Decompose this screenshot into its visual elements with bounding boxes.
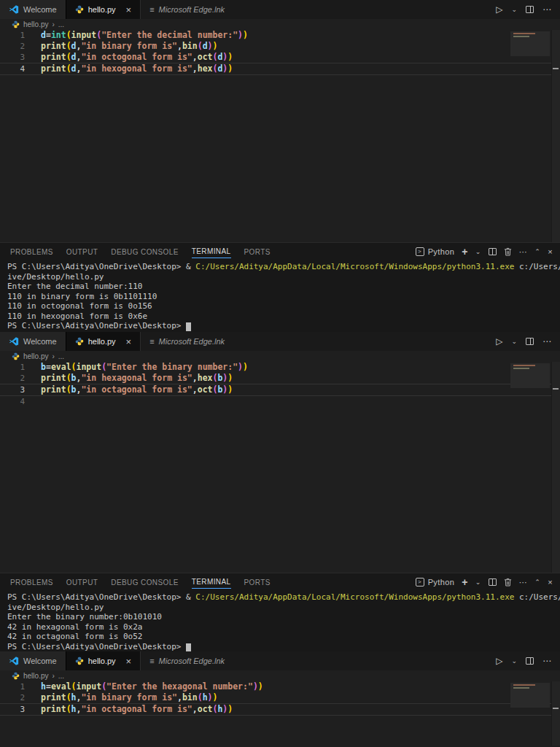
run-button[interactable]: ▷: [496, 4, 502, 15]
code-line[interactable]: 1 d=int(input("Enter the decimal number:…: [0, 30, 560, 41]
minimap-code-marks: [513, 368, 529, 369]
editor-scrollbar[interactable]: [551, 681, 560, 746]
more-actions-icon[interactable]: ⋯: [542, 4, 551, 15]
split-terminal-icon[interactable]: [489, 248, 497, 255]
panel-tab-output[interactable]: OUTPUT: [66, 245, 98, 258]
kill-terminal-icon[interactable]: [504, 578, 512, 587]
tab-hello-py[interactable]: hello.py ×: [66, 0, 141, 19]
terminal-line: 110 in octogonal form is 0o156: [7, 301, 560, 311]
run-dropdown-icon[interactable]: ⌄: [511, 657, 517, 665]
tab-hello-py[interactable]: hello.py ×: [66, 332, 141, 351]
code-line[interactable]: 2 print(b,"in hexagonal form is",hex(b)): [0, 373, 560, 384]
launch-profile-dropdown-icon[interactable]: ⌄: [475, 578, 481, 586]
close-tab-icon[interactable]: ×: [126, 5, 132, 15]
tab-edge-lnk[interactable]: ≡ Microsoft Edge.lnk: [140, 332, 233, 351]
close-tab-icon[interactable]: ×: [126, 657, 132, 666]
code-editor[interactable]: 1 d=int(input("Enter the decimal number:…: [0, 30, 560, 242]
close-panel-icon[interactable]: ×: [548, 247, 553, 256]
run-button[interactable]: ▷: [496, 336, 502, 347]
minimap[interactable]: [510, 363, 550, 388]
new-terminal-button[interactable]: +: [462, 576, 468, 588]
terminal-output[interactable]: PS C:\Users\Aditya\OneDrive\Desktop> & C…: [0, 260, 560, 332]
code-line-current[interactable]: 4 print(d,"in hexogonal form is",hex(d)): [0, 63, 560, 75]
terminal-output[interactable]: PS C:\Users\Aditya\OneDrive\Desktop> & C…: [0, 590, 560, 651]
breadcrumb[interactable]: hello.py › ...: [0, 351, 560, 362]
terminal-line: 110 in binary form is 0b1101110: [7, 292, 560, 302]
code-line[interactable]: 2 print(h,"in binary form is",bin(h)): [0, 692, 560, 703]
tab-edge-lnk-label: Microsoft Edge.lnk: [159, 5, 225, 14]
run-dropdown-icon[interactable]: ⌄: [511, 6, 517, 13]
panel-tab-output[interactable]: OUTPUT: [66, 576, 98, 589]
code-line-current[interactable]: 3 print(h,"in octagonal form is",oct(h)): [0, 703, 560, 716]
run-dropdown-icon[interactable]: ⌄: [511, 338, 517, 345]
terminal-line: PS C:\Users\Aditya\OneDrive\Desktop> & C…: [7, 592, 560, 603]
panel-tab-terminal[interactable]: TERMINAL: [192, 244, 231, 258]
terminal-line: Enter the binary number:0b101010: [7, 612, 560, 622]
kill-terminal-icon[interactable]: [504, 247, 512, 256]
code-line[interactable]: 2 print(d,"in binary form is",bin(d)): [0, 41, 560, 52]
code-text: h=eval(input("Enter the hexagonal number…: [25, 681, 263, 692]
code-text: print(h,"in binary form is",bin(h)): [25, 692, 217, 703]
minimap[interactable]: [510, 31, 550, 56]
lnk-file-icon: ≡: [149, 657, 154, 665]
minimap[interactable]: [510, 683, 550, 708]
tab-hello-py[interactable]: hello.py ×: [66, 651, 141, 670]
launch-profile-dropdown-icon[interactable]: ⌄: [475, 248, 481, 255]
breadcrumb[interactable]: hello.py › ...: [0, 19, 560, 30]
terminal-line: 42 in octagonal form is 0o52: [7, 632, 560, 642]
panel-tab-terminal[interactable]: TERMINAL: [192, 575, 231, 589]
editor-scrollbar[interactable]: [551, 30, 560, 242]
code-line[interactable]: 1 h=eval(input("Enter the hexagonal numb…: [0, 681, 560, 692]
tab-welcome[interactable]: Welcome: [0, 651, 66, 670]
panel-tab-debug-console[interactable]: DEBUG CONSOLE: [111, 576, 178, 589]
split-editor-icon[interactable]: [526, 657, 534, 665]
code-editor[interactable]: 1 b=eval(input("Enter the binary number:…: [0, 362, 560, 573]
code-editor[interactable]: 1 h=eval(input("Enter the hexagonal numb…: [0, 681, 560, 746]
tab-welcome[interactable]: Welcome: [0, 332, 66, 351]
tab-edge-lnk[interactable]: ≡ Microsoft Edge.lnk: [140, 651, 233, 670]
panel-more-actions-icon[interactable]: ⋯: [519, 578, 527, 587]
breadcrumb[interactable]: hello.py › ...: [0, 670, 560, 681]
panel-tab-bar: PROBLEMS OUTPUT DEBUG CONSOLE TERMINAL P…: [0, 573, 560, 590]
run-button[interactable]: ▷: [496, 656, 502, 666]
breadcrumb-separator: ›: [52, 672, 54, 680]
python-file-icon: [12, 20, 20, 28]
terminal-profile[interactable]: > Python: [416, 247, 455, 256]
code-line[interactable]: 3 print(d,"in octogonal form is",oct(d)): [0, 52, 560, 63]
terminal-prompt-line: PS C:\Users\Aditya\OneDrive\Desktop>: [7, 642, 560, 652]
tab-welcome[interactable]: Welcome: [0, 0, 66, 19]
code-line[interactable]: 1 b=eval(input("Enter the binary number:…: [0, 362, 560, 373]
editor-actions: ▷ ⌄ ⋯: [496, 0, 560, 19]
editor-scrollbar[interactable]: [551, 362, 560, 573]
split-editor-icon[interactable]: [526, 338, 534, 345]
panel-tab-problems[interactable]: PROBLEMS: [10, 245, 53, 258]
split-editor-icon[interactable]: [526, 6, 534, 13]
panel-tab-debug-console[interactable]: DEBUG CONSOLE: [111, 245, 178, 258]
code-line-current[interactable]: 3 print(b,"in octagonal form is",oct(b)): [0, 384, 560, 396]
panel-tab-ports[interactable]: PORTS: [244, 245, 271, 258]
minimap-code-marks: [513, 33, 535, 34]
panel-tab-problems[interactable]: PROBLEMS: [10, 576, 53, 589]
vscode-window-2: Welcome hello.py × ≡ Microsoft Edge.lnk …: [0, 332, 560, 651]
code-text: print(d,"in binary form is",bin(d)): [25, 41, 217, 52]
close-tab-icon[interactable]: ×: [126, 337, 132, 347]
overview-ruler-marker: [553, 708, 559, 709]
more-actions-icon[interactable]: ⋯: [542, 336, 551, 347]
screenshot-root: Welcome hello.py × ≡ Microsoft Edge.lnk …: [0, 0, 560, 747]
close-panel-icon[interactable]: ×: [548, 578, 553, 587]
terminal-prompt-line: PS C:\Users\Aditya\OneDrive\Desktop>: [7, 321, 560, 331]
terminal-profile[interactable]: > Python: [416, 578, 455, 587]
panel-more-actions-icon[interactable]: ⋯: [519, 247, 527, 257]
python-file-icon: [75, 657, 84, 665]
tab-edge-lnk[interactable]: ≡ Microsoft Edge.lnk: [140, 0, 233, 19]
maximize-panel-icon[interactable]: ⌃: [534, 578, 540, 586]
maximize-panel-icon[interactable]: ⌃: [534, 248, 540, 255]
code-line[interactable]: 4: [0, 396, 560, 407]
more-actions-icon[interactable]: ⋯: [542, 656, 551, 666]
new-terminal-button[interactable]: +: [462, 246, 468, 258]
panel-tab-ports[interactable]: PORTS: [244, 576, 271, 589]
minimap-code-marks: [513, 684, 535, 686]
code-text: print(b,"in octagonal form is",oct(b)): [25, 384, 233, 395]
tab-welcome-label: Welcome: [23, 657, 57, 665]
split-terminal-icon[interactable]: [489, 578, 497, 586]
